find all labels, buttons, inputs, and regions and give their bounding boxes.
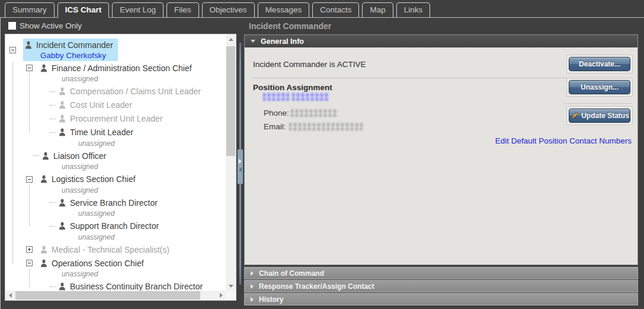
general-info-label: General Info xyxy=(261,37,304,46)
tree-node-cost-unit-leader[interactable]: Cost Unit Leader xyxy=(50,98,226,112)
tree-connector xyxy=(50,91,56,92)
selected-node-highlight[interactable]: Incident CommanderGabby Cherkofsky xyxy=(23,39,118,61)
tab-map[interactable]: Map xyxy=(362,2,393,18)
tree-node-sub-status: unassigned xyxy=(62,75,226,85)
horizontal-scroll-thumb[interactable] xyxy=(15,291,200,300)
tab-event-log[interactable]: Event Log xyxy=(112,2,164,18)
tree-node-sub-status: unassigned xyxy=(78,139,226,149)
tree-guide-finance xyxy=(29,74,30,133)
tab-summary[interactable]: Summary xyxy=(5,2,55,18)
scroll-left-icon[interactable] xyxy=(5,291,15,300)
scroll-up-icon[interactable] xyxy=(226,34,236,44)
tree-horizontal-scrollbar[interactable] xyxy=(5,291,226,300)
tree-node-procurement-unit-leader[interactable]: Procurement Unit Leader xyxy=(50,112,226,126)
redacted-first-name xyxy=(263,93,289,101)
person-icon xyxy=(40,259,48,267)
person-icon xyxy=(24,41,33,49)
tree-node-medical-technical-specialist-s[interactable]: Medical - Technical Specialist(s) xyxy=(26,243,226,256)
tree-node-label: Time Unit Leader xyxy=(70,128,133,137)
tree-node-label: Finance / Administration Section Chief xyxy=(52,63,192,73)
edit-default-contacts-link[interactable]: Edit Default Position Contact Numbers xyxy=(495,136,632,145)
unassign-button-frame: Unassign... xyxy=(566,78,633,97)
tree-node-logistics-section-chief[interactable]: Logistics Section Chief xyxy=(26,173,226,186)
tree-node-business-continuity-branch-director[interactable]: Business Continuity Branch Director xyxy=(50,280,226,291)
section-label: Chain of Command xyxy=(259,269,324,278)
tree-node-label: Compensation / Claims Unit Leader xyxy=(70,87,201,96)
splitter-expand-icon xyxy=(239,159,242,164)
tab-links[interactable]: Links xyxy=(396,2,431,18)
section-header-response-tracker-assign-contact[interactable]: Response Tracker/Assign Contact xyxy=(244,280,638,292)
tab-messages[interactable]: Messages xyxy=(258,2,310,18)
update-status-button-frame: Update Status xyxy=(566,106,633,125)
tree-connector xyxy=(50,132,56,133)
assigned-contact-name-link[interactable] xyxy=(263,93,329,101)
tree-node-service-branch-director[interactable]: Service Branch Director xyxy=(50,196,226,209)
position-assignment-heading: Position Assignment xyxy=(253,83,332,92)
redacted-email-value xyxy=(289,123,363,130)
tree-node-finance-administration-section-chief[interactable]: Finance / Administration Section Chief xyxy=(26,61,226,75)
scrollbar-corner xyxy=(226,291,236,300)
person-icon xyxy=(58,114,66,123)
phone-label: Phone: xyxy=(264,109,289,117)
splitter-handle[interactable] xyxy=(238,149,243,184)
tree-node-incident-commander[interactable]: Incident CommanderGabby Cherkofsky xyxy=(9,39,226,61)
show-active-filter: Show Active Only xyxy=(8,21,82,30)
person-icon xyxy=(58,128,66,136)
show-active-checkbox[interactable] xyxy=(8,22,16,30)
pencil-icon xyxy=(570,112,579,120)
tree-node-label: Business Continuity Branch Director xyxy=(70,282,203,291)
tree-connector xyxy=(50,202,56,203)
splitter-collapse-icon xyxy=(239,167,242,172)
person-icon xyxy=(40,175,48,183)
tree-node-label: Logistics Section Chief xyxy=(52,174,136,184)
tree-node-liaison-officer[interactable]: Liaison Officer xyxy=(33,149,226,163)
scroll-right-icon[interactable] xyxy=(216,291,226,300)
person-icon xyxy=(40,246,48,254)
status-text: Incident Commander is ACTIVE xyxy=(253,60,366,69)
deactivate-button[interactable]: Deactivate... xyxy=(569,57,630,71)
tree-node-label: Liaison Officer xyxy=(53,151,106,161)
tab-contacts[interactable]: Contacts xyxy=(312,2,359,18)
show-active-label: Show Active Only xyxy=(20,21,82,30)
page-title: Incident Commander xyxy=(249,21,331,31)
tree-node-sub-status: unassigned xyxy=(78,209,226,219)
person-icon xyxy=(58,282,66,291)
tree-node-support-branch-director[interactable]: Support Branch Director xyxy=(50,219,226,233)
tab-objectives[interactable]: Objectives xyxy=(202,2,255,18)
collapse-icon[interactable] xyxy=(9,47,16,53)
tree-guide-root xyxy=(12,62,13,264)
chevron-down-icon xyxy=(251,40,255,43)
tree-vertical-scrollbar[interactable] xyxy=(226,34,236,291)
tab-ics-chart[interactable]: ICS Chart xyxy=(57,2,110,18)
tree-guide-logistics xyxy=(29,185,30,227)
tree-node-time-unit-leader[interactable]: Time Unit Leader xyxy=(50,126,226,139)
general-info-header[interactable]: General Info xyxy=(245,35,637,47)
section-header-chain-of-command[interactable]: Chain of Command xyxy=(244,267,638,279)
section-label: History xyxy=(259,295,283,304)
chevron-right-icon xyxy=(251,297,254,302)
update-status-button-label: Update Status xyxy=(581,112,629,120)
unassign-button-label: Unassign... xyxy=(581,83,619,91)
tree-node-label: Procurement Unit Leader xyxy=(70,114,162,123)
collapse-icon[interactable] xyxy=(26,260,33,266)
section-header-history[interactable]: History xyxy=(244,293,638,305)
expand-icon[interactable] xyxy=(26,246,33,253)
scroll-down-icon[interactable] xyxy=(226,281,236,291)
unassign-button[interactable]: Unassign... xyxy=(569,80,630,94)
tab-files[interactable]: Files xyxy=(166,2,199,18)
section-label: Response Tracker/Assign Contact xyxy=(259,282,374,291)
tree-node-compensation-claims-unit-leader[interactable]: Compensation / Claims Unit Leader xyxy=(50,85,226,98)
tree-node-label: Cost Unit Leader xyxy=(70,100,132,110)
tree-node-sub-status: unassigned xyxy=(62,270,226,280)
collapse-icon[interactable] xyxy=(26,65,33,71)
tree-node-operations-section-chief[interactable]: Operations Section Chief xyxy=(26,256,226,270)
ics-chart-tree-panel: Incident CommanderGabby CherkofskyFinanc… xyxy=(5,34,236,301)
general-info-section: General Info Incident Commander is ACTIV… xyxy=(244,34,638,265)
vertical-scroll-thumb[interactable] xyxy=(226,46,235,156)
tree-node-label: Support Branch Director xyxy=(70,221,159,231)
collapse-icon[interactable] xyxy=(26,176,33,183)
tree-node-label: Medical - Technical Specialist(s) xyxy=(52,245,169,254)
redacted-last-name xyxy=(292,93,329,101)
tree-node-label: Incident Commander xyxy=(36,40,113,50)
update-status-button[interactable]: Update Status xyxy=(569,109,630,123)
